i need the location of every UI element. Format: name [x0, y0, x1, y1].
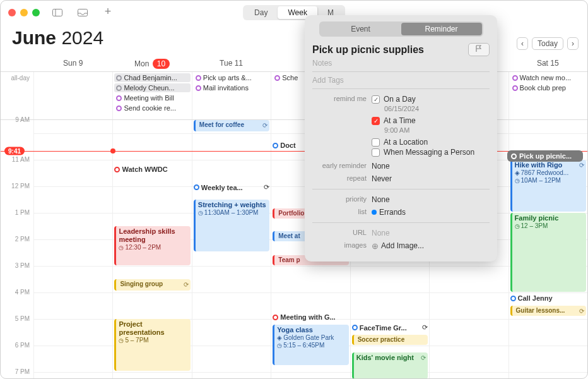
sidebar-toggle-icon[interactable] — [50, 6, 65, 19]
event-leadership[interactable]: Leadership skills meeting 12:30 – 2PM — [114, 226, 190, 265]
notes-field[interactable]: Notes — [312, 59, 490, 68]
minimize-icon[interactable] — [20, 9, 28, 16]
view-day[interactable]: Day — [244, 6, 278, 19]
popover-type-segmented[interactable]: Event Reminder — [319, 21, 483, 37]
repeat-value[interactable]: Never — [372, 174, 490, 183]
allday-item[interactable]: Mail invitations — [194, 83, 269, 92]
plus-circle-icon — [372, 241, 381, 250]
priority-value[interactable]: None — [372, 195, 490, 204]
allday-mon[interactable]: Chad Benjamin... Melody Cheun... Meeting… — [112, 72, 191, 119]
allday-item[interactable]: Pick up arts &... — [194, 73, 269, 82]
allday-sat[interactable]: Watch new mo... Book club prep — [509, 72, 587, 119]
event-weekly[interactable]: Weekly tea...⟳ — [194, 183, 269, 191]
add-image-button[interactable]: Add Image... — [372, 241, 490, 251]
day-head-sun: Sun 9 — [33, 55, 112, 71]
today-button[interactable]: Today — [532, 37, 563, 50]
hours-grid: 9 AM 11 AM 12 PM 1 PM 2 PM 3 PM 4 PM 5 P… — [1, 120, 587, 379]
url-value[interactable]: None — [372, 229, 490, 238]
allday-item[interactable]: Watch new mo... — [510, 73, 586, 82]
reminder-title[interactable]: Pick up picnic supplies — [312, 44, 463, 56]
svg-rect-0 — [53, 9, 62, 16]
event-picnic[interactable]: Family picnic 12 – 3PM — [510, 213, 586, 292]
repeat-icon: ⟳ — [579, 162, 584, 169]
day-col-mon[interactable]: Watch WWDC Leadership skills meeting 12:… — [112, 120, 191, 379]
tags-field[interactable]: Add Tags — [312, 76, 490, 85]
at-a-time-checkbox[interactable]: ✓At a Time — [372, 116, 490, 125]
inbox-icon[interactable] — [75, 6, 90, 19]
url-label: URL — [312, 229, 367, 236]
now-indicator — [1, 151, 587, 152]
allday-row: all-day Chad Benjamin... Melody Cheun...… — [1, 72, 587, 120]
allday-label: all-day — [1, 72, 33, 119]
when-messaging-checkbox[interactable]: When Messaging a Person — [372, 148, 490, 157]
reminder-popover: Event Reminder Pick up picnic supplies N… — [305, 15, 497, 262]
allday-sun[interactable] — [33, 72, 112, 119]
titlebar: + Day Week M — [1, 1, 587, 25]
event-soccer[interactable]: Soccer practice — [352, 335, 428, 345]
day-head-mon: Mon 10 — [112, 55, 191, 71]
event-kids[interactable]: ⟳ Kids' movie night — [352, 352, 428, 379]
allday-item[interactable]: Melody Cheun... — [114, 83, 190, 92]
add-event-icon[interactable]: + — [100, 6, 115, 19]
zoom-icon[interactable] — [32, 9, 40, 16]
event-hike[interactable]: ⟳ Hike with Rigo ◈ 7867 Redwood... 10AM … — [510, 160, 586, 212]
allday-tue[interactable]: Pick up arts &... Mail invitations — [192, 72, 271, 119]
popover-tab-event[interactable]: Event — [320, 23, 401, 35]
priority-label: priority — [312, 195, 367, 203]
at-a-time-value[interactable]: 9:00 AM — [384, 126, 490, 134]
day-head-sat: Sat 15 — [509, 55, 587, 71]
event-yoga[interactable]: Yoga class ◈ Golden Gate Park 5:15 – 6:4… — [273, 325, 348, 365]
list-color-dot — [372, 210, 377, 215]
prev-week-button[interactable]: ‹ — [517, 37, 528, 50]
repeat-icon: ⟳ — [264, 183, 269, 191]
repeat-icon: ⟳ — [422, 323, 428, 332]
traffic-lights — [8, 9, 40, 16]
nav-controls: ‹ Today › — [517, 37, 579, 50]
remind-me-label: remind me — [312, 95, 367, 102]
allday-item[interactable]: Chad Benjamin... — [114, 73, 190, 82]
day-head-tue: Tue 11 — [192, 55, 271, 71]
calendar-window: + Day Week M June 2024 ‹ Today › Sun 9 M… — [0, 0, 588, 379]
event-guitar[interactable]: ⟳ Guitar lessons... — [510, 306, 586, 316]
allday-item[interactable]: Book club prep — [510, 83, 586, 92]
svg-rect-2 — [78, 9, 88, 16]
images-label: images — [312, 241, 367, 249]
event-call[interactable]: Call Jenny — [510, 294, 586, 302]
week-header: Sun 9 Mon 10 Tue 11 Sat 15 — [1, 55, 587, 72]
flag-button[interactable] — [468, 43, 490, 56]
hour-labels: 9 AM 11 AM 12 PM 1 PM 2 PM 3 PM 4 PM 5 P… — [1, 120, 33, 379]
early-reminder-value[interactable]: None — [372, 162, 490, 171]
flag-icon — [475, 45, 483, 52]
event-wwdc[interactable]: Watch WWDC — [114, 165, 190, 173]
day-col-tue[interactable]: ⟳ Meet for coffee Weekly tea...⟳ Stretch… — [192, 120, 271, 379]
event-coffee[interactable]: ⟳ Meet for coffee — [194, 120, 269, 131]
repeat-label: repeat — [312, 174, 367, 182]
at-a-location-checkbox[interactable]: At a Location — [372, 138, 490, 147]
allday-item[interactable]: Meeting with Bill — [114, 93, 190, 102]
list-value[interactable]: Errands — [372, 208, 490, 217]
on-a-day-checkbox[interactable]: ✓On a Day — [372, 95, 490, 104]
repeat-icon: ⟳ — [421, 354, 426, 362]
on-a-day-value[interactable]: 06/15/2024 — [384, 105, 490, 112]
event-stretch[interactable]: Stretching + weights 11:30AM – 1:30PM — [194, 200, 269, 251]
next-week-button[interactable]: › — [567, 37, 579, 50]
selected-reminder-chip[interactable]: Pick up picnic... — [507, 150, 583, 162]
early-reminder-label: early reminder — [312, 162, 367, 169]
month-title: June 2024 — [1, 25, 587, 55]
list-label: list — [312, 208, 367, 215]
now-time-badge: 9:41 — [4, 147, 25, 155]
event-facetime[interactable]: FaceTime Gr...⟳ — [352, 323, 428, 332]
close-icon[interactable] — [8, 9, 16, 16]
event-meetingg[interactable]: Meeting with G... — [273, 313, 348, 321]
allday-item[interactable]: Send cookie re... — [114, 104, 190, 112]
popover-tab-reminder[interactable]: Reminder — [401, 23, 482, 35]
day-col-sun[interactable] — [33, 120, 112, 379]
event-project[interactable]: Project presentations 5 – 7PM — [114, 319, 190, 371]
event-singing[interactable]: ⟳ Singing group — [114, 279, 190, 291]
